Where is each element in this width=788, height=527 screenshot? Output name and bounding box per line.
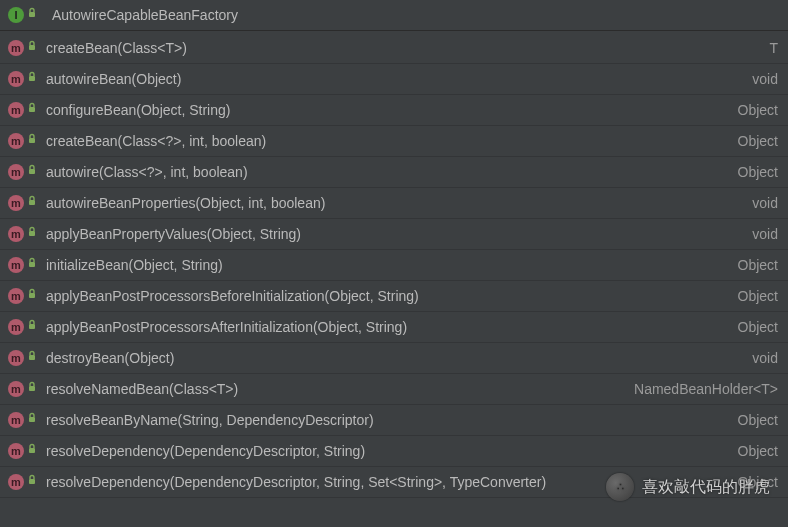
- public-lock-icon: [26, 226, 44, 242]
- method-signature: resolveDependency(DependencyDescriptor, …: [46, 443, 728, 459]
- svg-rect-13: [29, 417, 35, 422]
- row-icons: m: [8, 226, 46, 242]
- method-signature: configureBean(Object, String): [46, 102, 728, 118]
- svg-rect-12: [29, 386, 35, 391]
- method-signature: initializeBean(Object, String): [46, 257, 728, 273]
- method-return-type: void: [742, 350, 778, 366]
- row-icons: m: [8, 443, 46, 459]
- method-return-type: Object: [728, 412, 778, 428]
- public-lock-icon: [26, 102, 44, 118]
- method-row[interactable]: minitializeBean(Object, String)Object: [0, 250, 788, 281]
- method-icon: m: [8, 40, 24, 56]
- method-row[interactable]: mresolveNamedBean(Class<T>)NamedBeanHold…: [0, 374, 788, 405]
- svg-rect-3: [29, 107, 35, 112]
- method-signature: createBean(Class<T>): [46, 40, 759, 56]
- header-icons: I: [8, 7, 46, 23]
- row-icons: m: [8, 381, 46, 397]
- method-icon: m: [8, 195, 24, 211]
- method-row[interactable]: mapplyBeanPropertyValues(Object, String)…: [0, 219, 788, 250]
- method-return-type: Object: [728, 164, 778, 180]
- method-icon: m: [8, 443, 24, 459]
- svg-rect-5: [29, 169, 35, 174]
- method-row[interactable]: mapplyBeanPostProcessorsAfterInitializat…: [0, 312, 788, 343]
- method-icon: m: [8, 381, 24, 397]
- public-lock-icon: [26, 474, 44, 490]
- method-return-type: void: [742, 195, 778, 211]
- method-row[interactable]: mcreateBean(Class<?>, int, boolean)Objec…: [0, 126, 788, 157]
- public-lock-icon: [26, 40, 44, 56]
- class-header[interactable]: I AutowireCapableBeanFactory: [0, 0, 788, 31]
- method-row[interactable]: mconfigureBean(Object, String)Object: [0, 95, 788, 126]
- row-icons: m: [8, 257, 46, 273]
- method-signature: autowireBean(Object): [46, 71, 742, 87]
- public-lock-icon: [26, 443, 44, 459]
- svg-rect-7: [29, 231, 35, 236]
- public-lock-icon: [26, 319, 44, 335]
- row-icons: m: [8, 350, 46, 366]
- svg-rect-9: [29, 293, 35, 298]
- method-signature: applyBeanPropertyValues(Object, String): [46, 226, 742, 242]
- method-return-type: Object: [728, 102, 778, 118]
- svg-rect-4: [29, 138, 35, 143]
- public-lock-icon: [26, 257, 44, 273]
- method-icon: m: [8, 288, 24, 304]
- method-return-type: Object: [728, 257, 778, 273]
- svg-rect-15: [29, 479, 35, 484]
- structure-panel: I AutowireCapableBeanFactory mcreateBean…: [0, 0, 788, 527]
- method-list: mcreateBean(Class<T>)TmautowireBean(Obje…: [0, 31, 788, 498]
- public-lock-icon: [26, 381, 44, 397]
- method-icon: m: [8, 164, 24, 180]
- method-signature: createBean(Class<?>, int, boolean): [46, 133, 728, 149]
- watermark-text: 喜欢敲代码的胖虎: [642, 477, 770, 498]
- method-return-type: Object: [728, 133, 778, 149]
- method-row[interactable]: mresolveDependency(DependencyDescriptor,…: [0, 436, 788, 467]
- row-icons: m: [8, 40, 46, 56]
- method-row[interactable]: mapplyBeanPostProcessorsBeforeInitializa…: [0, 281, 788, 312]
- svg-rect-10: [29, 324, 35, 329]
- method-row[interactable]: mcreateBean(Class<T>)T: [0, 33, 788, 64]
- method-return-type: void: [742, 226, 778, 242]
- svg-rect-6: [29, 200, 35, 205]
- row-icons: m: [8, 474, 46, 490]
- row-icons: m: [8, 195, 46, 211]
- method-icon: m: [8, 133, 24, 149]
- method-row[interactable]: mresolveBeanByName(String, DependencyDes…: [0, 405, 788, 436]
- svg-rect-1: [29, 45, 35, 50]
- row-icons: m: [8, 412, 46, 428]
- public-lock-icon: [26, 133, 44, 149]
- method-icon: m: [8, 412, 24, 428]
- svg-rect-8: [29, 262, 35, 267]
- class-name: AutowireCapableBeanFactory: [52, 7, 238, 23]
- method-icon: m: [8, 102, 24, 118]
- method-signature: resolveNamedBean(Class<T>): [46, 381, 624, 397]
- row-icons: m: [8, 319, 46, 335]
- method-signature: destroyBean(Object): [46, 350, 742, 366]
- method-row[interactable]: mautowireBean(Object)void: [0, 64, 788, 95]
- wechat-icon: ∴: [606, 473, 634, 501]
- public-lock-icon: [26, 71, 44, 87]
- row-icons: m: [8, 288, 46, 304]
- public-lock-icon: [26, 412, 44, 428]
- svg-rect-14: [29, 448, 35, 453]
- public-lock-icon: [26, 195, 44, 211]
- method-row[interactable]: mdestroyBean(Object)void: [0, 343, 788, 374]
- method-signature: autowire(Class<?>, int, boolean): [46, 164, 728, 180]
- row-icons: m: [8, 133, 46, 149]
- row-icons: m: [8, 71, 46, 87]
- watermark: ∴ 喜欢敲代码的胖虎: [606, 473, 770, 501]
- svg-rect-11: [29, 355, 35, 360]
- method-row[interactable]: mautowireBeanProperties(Object, int, boo…: [0, 188, 788, 219]
- method-signature: resolveBeanByName(String, DependencyDesc…: [46, 412, 728, 428]
- method-row[interactable]: mautowire(Class<?>, int, boolean)Object: [0, 157, 788, 188]
- public-lock-icon: [26, 164, 44, 180]
- method-icon: m: [8, 319, 24, 335]
- method-return-type: void: [742, 71, 778, 87]
- method-icon: m: [8, 257, 24, 273]
- method-return-type: Object: [728, 443, 778, 459]
- public-lock-icon: [26, 288, 44, 304]
- method-icon: m: [8, 350, 24, 366]
- method-signature: applyBeanPostProcessorsAfterInitializati…: [46, 319, 728, 335]
- method-return-type: T: [759, 40, 778, 56]
- method-return-type: Object: [728, 288, 778, 304]
- method-icon: m: [8, 226, 24, 242]
